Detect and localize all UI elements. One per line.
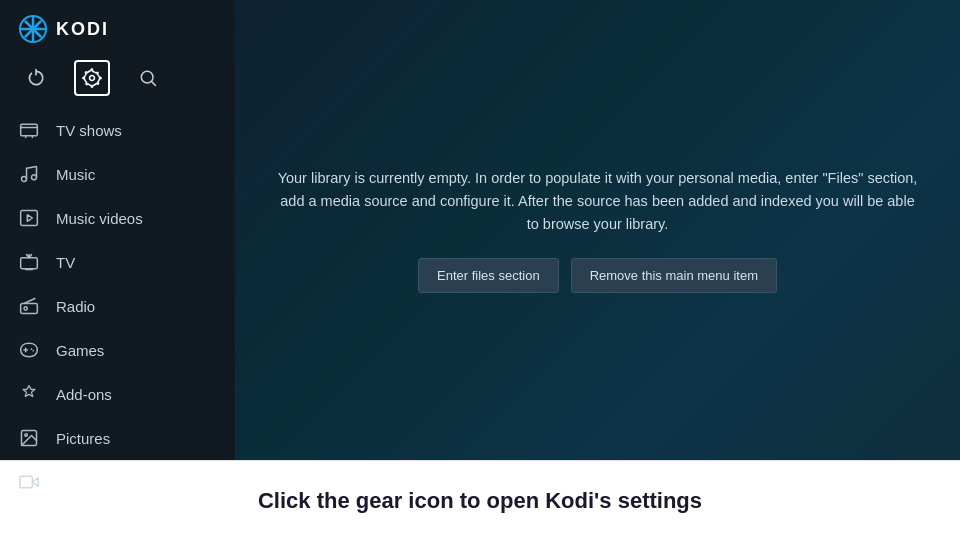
kodi-logo-icon (18, 14, 48, 44)
radio-icon (18, 295, 40, 317)
svg-point-15 (31, 348, 33, 350)
enter-files-button[interactable]: Enter files section (418, 258, 559, 293)
svg-rect-20 (20, 476, 32, 488)
sidebar-item-tv-shows[interactable]: TV shows (0, 108, 235, 152)
tooltip-bar: Click the gear icon to open Kodi's setti… (0, 460, 960, 540)
sidebar-item-games[interactable]: Games (0, 328, 235, 372)
sidebar-item-add-ons[interactable]: Add-ons (0, 372, 235, 416)
games-icon (18, 339, 40, 361)
tv-icon (18, 119, 40, 141)
svg-marker-19 (32, 478, 38, 486)
search-button[interactable] (130, 60, 166, 96)
sidebar-item-music-videos[interactable]: Music videos (0, 196, 235, 240)
power-button[interactable] (18, 60, 54, 96)
tooltip-text: Click the gear icon to open Kodi's setti… (258, 488, 702, 514)
svg-point-16 (32, 350, 34, 352)
toolbar-row (0, 54, 235, 108)
sidebar: KODI (0, 0, 235, 460)
library-empty-message: Your library is currently empty. In orde… (275, 167, 920, 237)
svg-point-5 (90, 76, 95, 81)
action-buttons: Enter files section Remove this main men… (418, 258, 777, 293)
antenna-icon (18, 251, 40, 273)
svg-point-14 (24, 307, 27, 310)
app-title: KODI (56, 19, 109, 40)
svg-rect-13 (21, 304, 38, 314)
sidebar-item-pictures[interactable]: Pictures (0, 416, 235, 460)
sidebar-item-radio[interactable]: Radio (0, 284, 235, 328)
svg-point-6 (141, 71, 153, 83)
pictures-icon (18, 427, 40, 449)
logo-area: KODI (0, 0, 235, 54)
svg-point-18 (25, 434, 27, 437)
sidebar-item-tv[interactable]: TV (0, 240, 235, 284)
content-area: Your library is currently empty. In orde… (235, 0, 960, 460)
music-icon (18, 163, 40, 185)
svg-point-8 (22, 177, 27, 182)
sidebar-item-music[interactable]: Music (0, 152, 235, 196)
videos-icon (18, 471, 40, 493)
app-frame: KODI (0, 0, 960, 540)
svg-rect-12 (21, 258, 38, 269)
main-area: KODI (0, 0, 960, 460)
svg-rect-10 (21, 211, 38, 226)
svg-point-9 (32, 175, 37, 180)
addons-icon (18, 383, 40, 405)
remove-menu-item-button[interactable]: Remove this main menu item (571, 258, 777, 293)
settings-button[interactable] (74, 60, 110, 96)
music-videos-icon (18, 207, 40, 229)
svg-marker-11 (27, 215, 32, 222)
svg-rect-7 (21, 124, 38, 136)
